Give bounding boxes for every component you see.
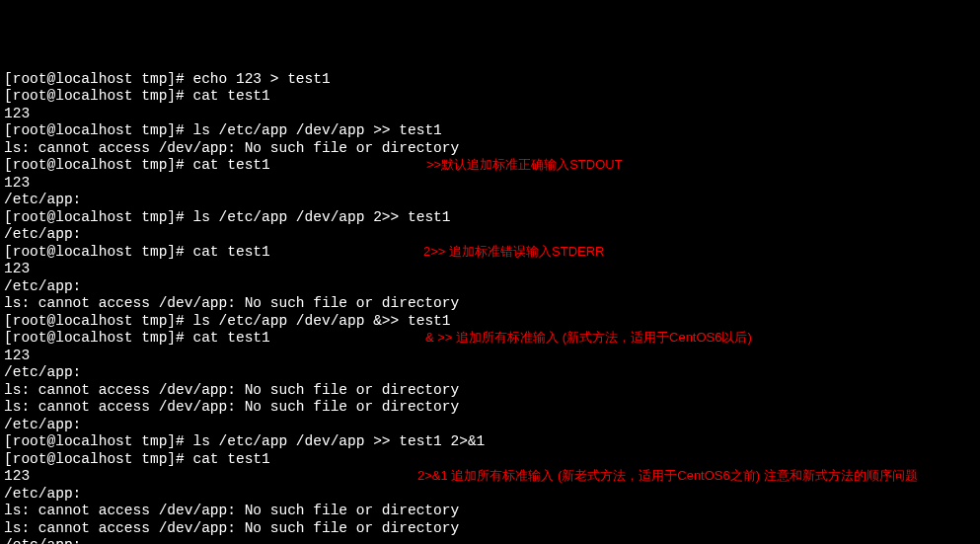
output-text: ls: cannot access /dev/app: No such file… <box>4 399 459 415</box>
shell-prompt: [root@localhost tmp]# <box>4 88 185 104</box>
shell-prompt: [root@localhost tmp]# <box>4 330 185 346</box>
output-text: ls: cannot access /dev/app: No such file… <box>4 382 459 398</box>
output-line: ls: cannot access /dev/app: No such file… <box>4 140 976 158</box>
output-line: ls: cannot access /dev/app: No such file… <box>4 399 976 417</box>
command-line: [root@localhost tmp]# cat test1 <box>4 88 976 106</box>
command-line: [root@localhost tmp]# cat test1>>默认追加标准正… <box>4 157 976 175</box>
command-text: cat test1 <box>192 244 269 260</box>
command-line: [root@localhost tmp]# cat test12>> 追加标准错… <box>4 244 976 262</box>
command-line: [root@localhost tmp]# ls /etc/app /dev/a… <box>4 313 976 331</box>
output-text: 123 <box>4 468 30 484</box>
output-line: /etc/app: <box>4 278 976 296</box>
output-line: 123 <box>4 175 976 193</box>
shell-prompt: [root@localhost tmp]# <box>4 451 185 467</box>
shell-prompt: [root@localhost tmp]# <box>4 433 185 449</box>
output-line: ls: cannot access /dev/app: No such file… <box>4 382 976 400</box>
terminal-output[interactable]: [root@localhost tmp]# echo 123 > test1[r… <box>4 71 976 544</box>
output-line: /etc/app: <box>4 226 976 244</box>
shell-prompt: [root@localhost tmp]# <box>4 157 185 173</box>
command-line: [root@localhost tmp]# cat test1 <box>4 451 976 469</box>
shell-prompt: [root@localhost tmp]# <box>4 209 185 225</box>
output-line: /etc/app: <box>4 486 976 504</box>
command-text: cat test1 <box>192 451 269 467</box>
output-text: /etc/app: <box>4 364 81 380</box>
output-text: ls: cannot access /dev/app: No such file… <box>4 140 459 156</box>
output-text: /etc/app: <box>4 486 81 502</box>
shell-prompt: [root@localhost tmp]# <box>4 313 185 329</box>
output-line: /etc/app: <box>4 537 976 544</box>
shell-prompt: [root@localhost tmp]# <box>4 244 185 260</box>
annotation-text: & >> 追加所有标准输入 (新式方法，适用于CentOS6以后) <box>425 330 752 346</box>
output-line: 123 <box>4 106 976 123</box>
output-text: ls: cannot access /dev/app: No such file… <box>4 503 459 518</box>
output-text: 123 <box>4 261 30 276</box>
output-text: /etc/app: <box>4 278 81 294</box>
output-line: 123 <box>4 348 976 365</box>
command-text: ls /etc/app /dev/app >> test1 <box>192 122 441 138</box>
output-text: /etc/app: <box>4 226 81 242</box>
command-line: [root@localhost tmp]# ls /etc/app /dev/a… <box>4 433 976 451</box>
output-line: /etc/app: <box>4 192 976 209</box>
command-line: [root@localhost tmp]# ls /etc/app /dev/a… <box>4 209 976 227</box>
shell-prompt: [root@localhost tmp]# <box>4 122 185 138</box>
output-text: 123 <box>4 175 30 191</box>
output-text: /etc/app: <box>4 417 81 432</box>
output-line: 123 <box>4 261 976 278</box>
output-text: ls: cannot access /dev/app: No such file… <box>4 295 459 311</box>
annotation-text: 2>> 追加标准错误输入STDERR <box>423 244 604 260</box>
output-text: 123 <box>4 106 30 121</box>
command-text: cat test1 <box>192 330 269 346</box>
annotation-text: >>默认追加标准正确输入STDOUT <box>426 157 623 173</box>
command-line: [root@localhost tmp]# echo 123 > test1 <box>4 71 976 89</box>
command-text: echo 123 > test1 <box>192 71 330 87</box>
command-text: cat test1 <box>192 157 269 173</box>
command-text: ls /etc/app /dev/app &>> test1 <box>192 313 450 329</box>
output-line: /etc/app: <box>4 417 976 434</box>
command-text: ls /etc/app /dev/app >> test1 2>&1 <box>192 433 485 449</box>
output-text: 123 <box>4 348 30 363</box>
output-line: ls: cannot access /dev/app: No such file… <box>4 520 976 538</box>
command-text: ls /etc/app /dev/app 2>> test1 <box>192 209 450 225</box>
output-line: /etc/app: <box>4 364 976 382</box>
output-line: 1232>&1 追加所有标准输入 (新老式方法，适用于CentOS6之前) 注意… <box>4 468 976 486</box>
output-text: /etc/app: <box>4 192 81 207</box>
command-text: cat test1 <box>192 88 269 104</box>
shell-prompt: [root@localhost tmp]# <box>4 71 185 87</box>
output-line: ls: cannot access /dev/app: No such file… <box>4 503 976 520</box>
output-text: ls: cannot access /dev/app: No such file… <box>4 520 459 536</box>
output-line: ls: cannot access /dev/app: No such file… <box>4 295 976 313</box>
command-line: [root@localhost tmp]# cat test1& >> 追加所有… <box>4 330 976 348</box>
command-line: [root@localhost tmp]# ls /etc/app /dev/a… <box>4 122 976 140</box>
output-text: /etc/app: <box>4 537 81 544</box>
annotation-text: 2>&1 追加所有标准输入 (新老式方法，适用于CentOS6之前) 注意和新式… <box>417 468 918 484</box>
